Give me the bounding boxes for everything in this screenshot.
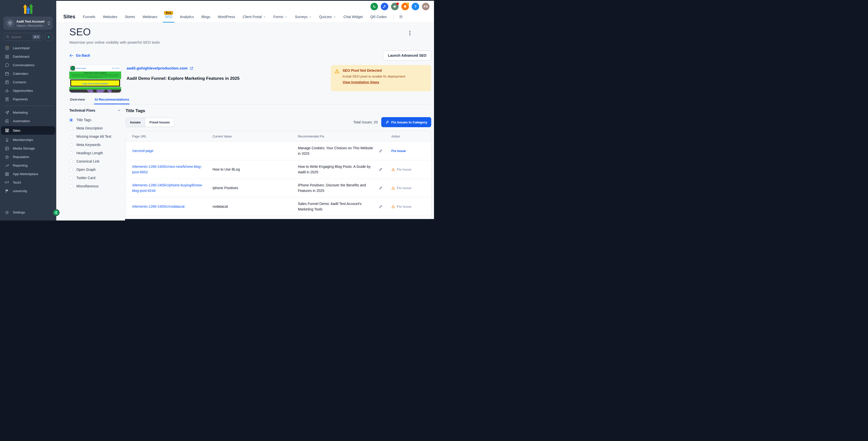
- edit-pencil-icon[interactable]: [378, 148, 383, 154]
- tab-forms[interactable]: Forms: [273, 11, 287, 23]
- fix-issue-button[interactable]: Fix Issue: [391, 149, 429, 153]
- tab-wordpress[interactable]: WordPress: [218, 11, 235, 23]
- radio-icon: [69, 184, 73, 188]
- sidebar-item-dashboard[interactable]: Dashboard: [1, 53, 55, 60]
- thumb-paragraph: Your Paragraph text goes Lorem ipsum dol…: [70, 74, 120, 78]
- sidebar-item-launchpad[interactable]: Launchpad: [1, 45, 55, 52]
- fix-issue-label: Fix Issue: [397, 186, 411, 190]
- sidebar-search[interactable]: ⌘ K: [3, 33, 43, 41]
- sidebar-item-app-marketplace[interactable]: App Marketplace: [1, 171, 55, 177]
- edit-pencil-icon[interactable]: [378, 204, 383, 209]
- notifications-button[interactable]: [401, 3, 409, 10]
- sidebar-item-marketing[interactable]: Marketing: [1, 109, 55, 116]
- edit-pencil-icon[interactable]: [378, 167, 383, 172]
- radio-title-tags[interactable]: Title Tags: [69, 118, 126, 122]
- tab-analytics[interactable]: Analytics: [180, 11, 194, 23]
- sidebar-item-conversations[interactable]: Conversations: [1, 62, 55, 68]
- search-shortcut-badge: ⌘ K: [32, 35, 40, 39]
- sidebar-item-automation[interactable]: Automation: [1, 117, 55, 125]
- fix-issues-in-category-button[interactable]: Fix Issues in Category: [381, 117, 431, 127]
- quick-actions-button[interactable]: [45, 33, 53, 41]
- radio-twitter-card[interactable]: Twitter Card: [69, 176, 126, 180]
- announcements-button[interactable]: [391, 3, 399, 10]
- view-installation-steps-link[interactable]: View Installation Steps: [343, 80, 379, 84]
- question-mark-icon: ?: [414, 4, 417, 8]
- sidebar-item-reporting[interactable]: Reporting: [1, 162, 55, 169]
- sidebar-item-opportunities[interactable]: Opportunities: [1, 87, 55, 94]
- tab-blogs[interactable]: Blogs: [202, 11, 210, 23]
- horizontal-scrollbar[interactable]: [125, 219, 434, 220]
- issues-tab[interactable]: Issues: [126, 118, 145, 127]
- sidebar-item-reputation[interactable]: Reputation: [1, 154, 55, 160]
- radio-meta-keywords[interactable]: Meta Keywords: [69, 143, 126, 147]
- tab-surveys[interactable]: Surveys: [295, 11, 312, 23]
- sidebar-item-calendars[interactable]: Calendars: [1, 70, 55, 77]
- sidebar-item-settings[interactable]: Settings: [1, 209, 55, 216]
- radio-label: Title Tags: [76, 118, 91, 122]
- dashboard-icon: [4, 54, 9, 59]
- tab-chat-widget[interactable]: Chat Widget: [343, 11, 363, 23]
- radio-open-graph[interactable]: Open Graph: [69, 168, 126, 172]
- gear-icon: [4, 210, 9, 215]
- more-options-button[interactable]: [408, 29, 412, 37]
- sidebar-item-test3[interactable]: 知乎 Test3: [1, 179, 55, 186]
- launch-advanced-seo-button[interactable]: Launch Advanced SEO: [383, 50, 431, 61]
- funnel-domain-link[interactable]: aadil.gohighlevelproduction.com: [127, 66, 331, 70]
- fix-button-label: Fix Issues in Category: [391, 121, 427, 124]
- fix-issue-button-disabled[interactable]: Fix Issue: [391, 186, 429, 190]
- phone-button[interactable]: [370, 3, 378, 10]
- fixed-issues-tab[interactable]: Fixed Issues: [145, 118, 174, 127]
- sidebar-collapse-button[interactable]: [53, 209, 60, 216]
- chevron-down-icon[interactable]: [117, 108, 121, 112]
- page-url-link[interactable]: /second-page: [132, 149, 153, 153]
- sidebar-item-label: Dashboard: [13, 55, 29, 59]
- fix-issue-label: Fix Issue: [391, 149, 406, 153]
- sites-settings-button[interactable]: [399, 14, 403, 19]
- radio-headings-length[interactable]: Headings Length: [69, 151, 126, 155]
- sidebar-item-payments[interactable]: Payments: [1, 96, 55, 103]
- tab-qr-codes[interactable]: QR Codes: [370, 11, 386, 23]
- radio-meta-description[interactable]: Meta Description: [69, 126, 126, 130]
- radio-label: Headings Length: [76, 151, 103, 155]
- sidebar-menu: Launchpad Dashboard Conversations Calend…: [0, 45, 56, 220]
- fix-issue-button-disabled[interactable]: Fix Issue: [391, 205, 429, 208]
- tab-quizzes[interactable]: Quizzes: [319, 11, 336, 23]
- go-back-link[interactable]: Go Back: [69, 54, 90, 58]
- sidebar-item-university[interactable]: university: [1, 188, 55, 195]
- tab-seo[interactable]: Beta SEO: [165, 11, 172, 23]
- page-subtitle: Maximise your online visibility with pow…: [69, 40, 431, 44]
- user-avatar[interactable]: AS: [422, 3, 430, 10]
- fix-issue-button-disabled[interactable]: Fix Issue: [391, 168, 429, 171]
- sidebar-item-memberships[interactable]: Memberships: [1, 136, 55, 143]
- help-button[interactable]: ?: [412, 3, 419, 10]
- current-value: How to Use BLog: [213, 167, 240, 171]
- search-input[interactable]: [11, 35, 29, 39]
- radio-missing-image-alt-text[interactable]: Missing Image Alt Text: [69, 134, 126, 138]
- tab-funnels[interactable]: Funnels: [83, 11, 95, 23]
- tab-webinars[interactable]: Webinars: [143, 11, 157, 23]
- funnel-thumbnail[interactable]: Demo Funnel SEO ISSUES Small Call to Act…: [69, 65, 121, 93]
- sidebar-item-sites[interactable]: Sites: [1, 126, 55, 135]
- total-issues-label: Total Issues: 20: [353, 120, 377, 124]
- tab-overview[interactable]: Overview: [69, 98, 85, 104]
- recommended-fix-text: Sales Funnel Demo: Aadil Test Account's …: [298, 201, 374, 212]
- page-url-link[interactable]: /elements-1280-2405/c/phoine-buying/b/ne…: [132, 183, 203, 193]
- radio-canonical-link[interactable]: Canonical Link: [69, 159, 126, 163]
- page-url-link[interactable]: /elements-1280-2405/c/seo-new/b/new-blog…: [132, 165, 202, 174]
- funnel-title: Aadil Demo Funnel: Explore Marketing Fea…: [127, 76, 331, 81]
- account-switcher[interactable]: Aadil Test Account Jalgaon, Maharashtra: [3, 16, 53, 30]
- page-url-link[interactable]: /elements-1280-2405/c/nodatacat: [132, 204, 185, 208]
- tab-client-portal[interactable]: Client Portal: [243, 11, 266, 23]
- lightning-bolt-icon: [47, 35, 51, 39]
- table-header-row: Page URL Current Value Recommended Fix A…: [126, 131, 431, 142]
- gohighlevel-logo-icon: [24, 4, 32, 14]
- edit-pencil-icon[interactable]: [378, 185, 383, 191]
- sidebar-item-media-storage[interactable]: Media Storage: [1, 145, 55, 152]
- ai-assistant-button[interactable]: [381, 3, 388, 10]
- tab-ai-recommendations[interactable]: AI Recommendations: [94, 98, 130, 104]
- sidebar-item-contacts[interactable]: Contacts: [1, 79, 55, 86]
- tab-websites[interactable]: Websites: [103, 11, 117, 23]
- brand-logo: [0, 0, 56, 15]
- tab-stores[interactable]: Stores: [125, 11, 135, 23]
- radio-miscellaneous[interactable]: Miscellaneous: [69, 184, 126, 188]
